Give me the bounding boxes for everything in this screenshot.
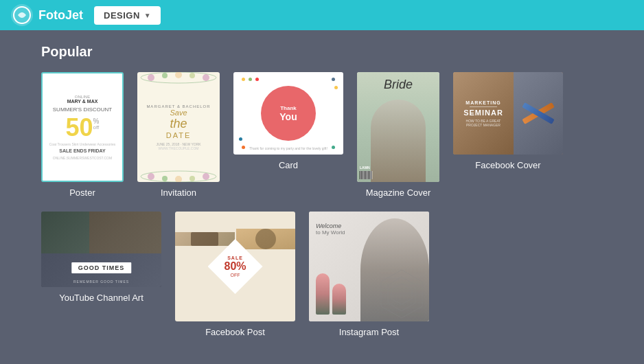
template-item-facebook-post[interactable]: SALE 80% OFF Facebook Post [175, 212, 295, 337]
dot-decoration [249, 78, 252, 81]
svg-point-10 [162, 176, 168, 181]
template-item-youtube[interactable]: GOOD TIMES REMEMBER GOOD TIMES YouTube C… [41, 212, 161, 337]
app-header: FotoJet DESIGN ▼ [0, 0, 644, 30]
fb-post-cell-2 [236, 229, 296, 249]
food-placeholder [255, 229, 276, 249]
invite-url: WWW.THECOUPLE.COM [146, 146, 210, 150]
fb-divider [470, 106, 497, 107]
yt-good-times-box: GOOD TIMES [71, 262, 132, 273]
design-button[interactable]: DESIGN ▼ [94, 6, 161, 25]
magazine-barcode [360, 171, 372, 179]
poster-off: off [93, 125, 100, 130]
ig-hex-pattern [374, 266, 429, 321]
shoe-placeholder [191, 232, 218, 246]
section-title: Popular [41, 44, 603, 60]
magazine-label: Magazine Cover [366, 187, 431, 198]
fb-marketing: MARKETING [459, 100, 508, 105]
ig-flowers [316, 273, 346, 315]
invitation-thumbnail: MARGARET & BACHELOR Save the DATE JUNE 2… [137, 72, 220, 182]
instagram-thumbnail: Welcome to My World [309, 212, 429, 321]
youtube-label: YouTube Channel Art [59, 293, 143, 303]
svg-marker-16 [391, 284, 412, 304]
logo-text: FotoJet [38, 8, 83, 23]
facebook-post-label: Facebook Post [205, 327, 265, 337]
fb-post-cell-1 [175, 232, 235, 246]
ig-welcome-text: Welcome [316, 223, 345, 229]
fb-pencil-container [518, 93, 559, 134]
invite-details: JUNE 25, 2018 · NEW YORK [146, 142, 210, 146]
fb-sale-off: OFF [231, 273, 240, 277]
ig-world-text: to My World [316, 229, 345, 236]
svg-point-7 [189, 73, 195, 78]
poster-number: 50 [66, 115, 93, 140]
ig-flower-2 [332, 284, 346, 315]
poster-sale: SALE ENDS FRIDAY [49, 148, 116, 153]
yt-good-times: GOOD TIMES [78, 264, 125, 271]
template-item-facebook-cover[interactable]: MARKETING SEMINAR HOW TO BE A GREAT PROJ… [453, 72, 563, 198]
svg-point-12 [189, 176, 195, 181]
svg-point-5 [162, 73, 168, 78]
dot-decoration [242, 146, 245, 149]
instagram-label: Instagram Post [339, 327, 399, 337]
svg-point-2 [141, 72, 216, 83]
dot-decoration [255, 78, 259, 81]
fb-subtitle: HOW TO BE A GREAT PROJECT MANAGER [459, 119, 508, 127]
dot-decoration [239, 137, 242, 141]
template-item-instagram[interactable]: Welcome to My World [309, 212, 429, 337]
template-item-magazine[interactable]: Bride LAWN Magazine Cover [357, 72, 439, 198]
card-label: Card [279, 160, 298, 170]
dot-decoration [332, 78, 335, 81]
magazine-title: Bride [384, 78, 413, 92]
card-thank: Thank [280, 105, 297, 111]
template-row-1: ONLINE MARY & MAX SUMMER'S DISCOUNT 50 %… [41, 72, 603, 198]
svg-marker-15 [388, 277, 415, 311]
poster-discount: SUMMER'S DISCOUNT [49, 106, 116, 113]
poster-names: MARY & MAX [49, 99, 116, 104]
invitation-label: Invitation [161, 187, 196, 198]
facebook-cover-label: Facebook Cover [475, 160, 540, 170]
facebook-cover-thumbnail: MARKETING SEMINAR HOW TO BE A GREAT PROJ… [453, 72, 563, 155]
fb-sale-text: SALE [227, 255, 243, 260]
svg-point-4 [148, 74, 154, 81]
fb-cover-right-panel [514, 72, 563, 155]
dot-decoration [242, 78, 245, 81]
template-item-invitation[interactable]: MARGARET & BACHELOR Save the DATE JUNE 2… [137, 72, 220, 198]
logo: FotoJet [11, 4, 83, 26]
svg-point-3 [141, 171, 216, 182]
design-button-label: DESIGN [104, 10, 140, 21]
fb-cover-left-panel: MARKETING SEMINAR HOW TO BE A GREAT PROJ… [453, 72, 514, 155]
svg-point-9 [148, 173, 154, 180]
fb-sale-pct: 80% [224, 260, 246, 273]
dot-decoration [332, 146, 335, 149]
fotojet-logo-icon [11, 4, 33, 26]
poster-label: Poster [69, 187, 95, 198]
template-item-card[interactable]: Thank You Thank for coming to my party a… [233, 72, 343, 198]
invite-names: MARGARET & BACHELOR [146, 104, 210, 109]
yt-photo-1 [41, 212, 89, 253]
poster-thumbnail: ONLINE MARY & MAX SUMMER'S DISCOUNT 50 %… [41, 72, 124, 182]
poster-url: ONLINE.SUMMERSWESTCOST.COM [49, 156, 116, 160]
yt-photo-2 [89, 212, 161, 253]
magazine-thumbnail: Bride LAWN [357, 72, 439, 182]
poster-pct: % [93, 118, 100, 125]
card-message: Thank for coming to my party and for the… [249, 146, 327, 150]
invite-the: the [146, 117, 210, 131]
youtube-thumbnail: GOOD TIMES REMEMBER GOOD TIMES [41, 212, 161, 287]
card-thumbnail: Thank You Thank for coming to my party a… [233, 72, 343, 155]
svg-point-8 [203, 74, 209, 81]
magazine-lawn: LAWN [360, 166, 370, 170]
main-content: Popular ONLINE MARY & MAX SUMMER'S DISCO… [0, 30, 644, 364]
yt-subtitle: REMEMBER GOOD TIMES [73, 280, 129, 284]
chevron-down-icon: ▼ [144, 12, 151, 19]
facebook-post-thumbnail: SALE 80% OFF [175, 212, 295, 321]
dot-decoration [334, 86, 338, 89]
template-row-2: GOOD TIMES REMEMBER GOOD TIMES YouTube C… [41, 212, 603, 337]
invite-date: DATE [146, 131, 210, 139]
card-you: You [279, 111, 297, 122]
ig-welcome-area: Welcome to My World [316, 223, 345, 236]
fb-seminar: SEMINAR [459, 109, 508, 117]
svg-point-11 [175, 176, 182, 182]
magazine-model [371, 100, 426, 182]
ig-flower-1 [316, 273, 330, 315]
template-item-poster[interactable]: ONLINE MARY & MAX SUMMER'S DISCOUNT 50 %… [41, 72, 124, 198]
